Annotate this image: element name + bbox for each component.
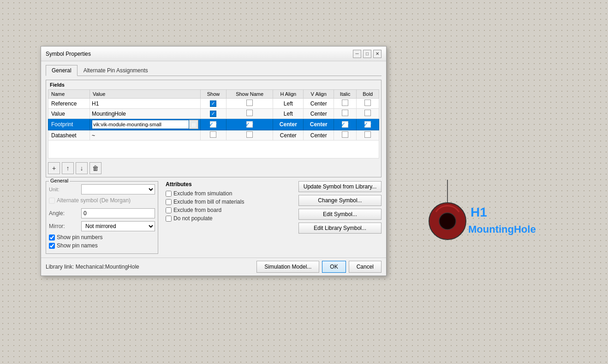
footprint-input[interactable] <box>92 120 189 129</box>
cancel-button[interactable]: Cancel <box>349 261 381 273</box>
tab-alternate-pin-assignments[interactable]: Alternate Pin Assignments <box>77 65 154 76</box>
mirror-select[interactable]: Not mirrored Mirror X Mirror Y <box>81 221 155 231</box>
minimize-button[interactable]: ─ <box>353 50 361 58</box>
show-pin-numbers-label: Show pin numbers <box>57 234 102 241</box>
close-button[interactable]: ✕ <box>373 50 381 58</box>
show-pin-names-checkbox[interactable] <box>49 243 55 249</box>
show-name-checkbox[interactable] <box>246 110 253 116</box>
maximize-button[interactable]: □ <box>363 50 371 58</box>
dialog-title: Symbol Properties <box>46 51 91 57</box>
italic-cell[interactable] <box>334 130 356 141</box>
dialog-footer: Library link: Mechanical:MountingHole Si… <box>41 258 386 276</box>
dialog-content: General Alternate Pin Assignments Fields… <box>41 61 386 258</box>
field-value: MountingHole <box>90 109 201 119</box>
show-name-checkbox[interactable] <box>246 100 253 106</box>
action-buttons-section: Update Symbol from Library... Change Sym… <box>298 181 381 254</box>
svg-point-2 <box>439 213 456 229</box>
show-name-checkbox[interactable]: ✓ <box>246 121 253 128</box>
h-align-cell: Left <box>273 109 304 119</box>
tab-bar: General Alternate Pin Assignments <box>46 65 381 76</box>
mirror-row: Mirror: Not mirrored Mirror X Mirror Y <box>49 221 155 231</box>
add-field-button[interactable]: + <box>48 162 60 174</box>
italic-cell[interactable] <box>334 109 356 119</box>
title-bar: Symbol Properties ─ □ ✕ <box>41 47 386 61</box>
v-align-cell: Center <box>304 130 334 141</box>
show-cell[interactable] <box>200 130 226 141</box>
table-row[interactable]: Datasheet ~ Center Center <box>48 130 379 141</box>
footprint-library-icon[interactable]: ▤ <box>189 120 198 129</box>
show-cell[interactable] <box>200 99 226 109</box>
exclude-board-checkbox[interactable] <box>166 207 172 213</box>
table-row[interactable]: Reference H1 Left Center <box>48 99 379 109</box>
move-up-button[interactable]: ↑ <box>62 162 74 174</box>
col-header-value: Value <box>90 90 201 99</box>
h-align-cell: Left <box>273 99 304 109</box>
add-icon: + <box>52 164 56 172</box>
show-checkbox[interactable] <box>210 100 216 107</box>
h-align-cell: Center <box>273 130 304 141</box>
bold-cell[interactable] <box>357 109 379 119</box>
attributes-title: Attributes <box>166 181 291 188</box>
angle-input[interactable] <box>81 208 155 218</box>
show-name-cell[interactable] <box>227 109 273 119</box>
unit-row: Unit: <box>49 184 155 194</box>
bold-cell[interactable]: ✓ <box>357 119 379 130</box>
ok-button[interactable]: OK <box>322 261 346 273</box>
field-value[interactable]: ▤ <box>90 119 201 130</box>
exclude-board-row: Exclude from board <box>166 207 291 213</box>
italic-checkbox[interactable] <box>342 131 348 138</box>
table-row[interactable]: Value MountingHole Left Center <box>48 109 379 119</box>
col-header-show: Show <box>200 90 226 99</box>
col-header-name: Name <box>48 90 90 99</box>
show-pin-numbers-row: Show pin numbers <box>49 234 155 241</box>
show-cell[interactable]: ✓ <box>200 119 226 130</box>
edit-library-symbol-button[interactable]: Edit Library Symbol... <box>298 223 381 234</box>
do-not-populate-label: Do not populate <box>173 215 213 222</box>
bottom-section: General Unit: Alternate symbol (De Morga… <box>46 181 381 254</box>
bold-checkbox[interactable] <box>364 131 371 138</box>
show-checkbox[interactable] <box>210 131 216 138</box>
exclude-simulation-checkbox[interactable] <box>166 191 172 197</box>
italic-checkbox[interactable]: ✓ <box>342 121 348 128</box>
bold-cell[interactable] <box>357 99 379 109</box>
bold-checkbox[interactable] <box>364 110 371 116</box>
show-name-cell[interactable] <box>227 99 273 109</box>
table-row-selected[interactable]: Footprint ▤ ✓ ✓ Center Center ✓ ✓ <box>48 119 379 130</box>
field-name: Datasheet <box>48 130 90 141</box>
show-checkbox[interactable] <box>210 111 216 117</box>
v-align-cell: Center <box>304 99 334 109</box>
show-name-checkbox[interactable] <box>246 131 253 138</box>
update-symbol-button[interactable]: Update Symbol from Library... <box>298 181 381 192</box>
delete-field-button[interactable]: 🗑 <box>89 162 101 174</box>
delete-icon: 🗑 <box>92 164 99 172</box>
edit-symbol-button[interactable]: Edit Symbol... <box>298 209 381 220</box>
change-symbol-button[interactable]: Change Symbol... <box>298 195 381 206</box>
italic-cell[interactable] <box>334 99 356 109</box>
show-pin-numbers-checkbox[interactable] <box>49 235 55 241</box>
do-not-populate-checkbox[interactable] <box>166 216 172 222</box>
show-name-cell[interactable]: ✓ <box>227 119 273 130</box>
symbol-properties-dialog: Symbol Properties ─ □ ✕ General Alternat… <box>41 46 387 276</box>
angle-row: Angle: <box>49 208 155 218</box>
show-cell[interactable] <box>200 109 226 119</box>
show-checkbox[interactable]: ✓ <box>210 121 216 128</box>
unit-select[interactable] <box>81 184 155 194</box>
exclude-bom-checkbox[interactable] <box>166 199 172 205</box>
do-not-populate-row: Do not populate <box>166 215 291 222</box>
show-name-cell[interactable] <box>227 130 273 141</box>
bold-checkbox[interactable] <box>364 100 371 106</box>
italic-checkbox[interactable] <box>342 110 348 116</box>
v-align-cell: Center <box>304 119 334 130</box>
tab-general[interactable]: General <box>46 65 77 76</box>
unit-label: Unit: <box>49 187 81 192</box>
italic-cell[interactable]: ✓ <box>334 119 356 130</box>
fields-group: Fields Name Value Show Show Name H Align… <box>46 80 381 177</box>
show-pin-names-row: Show pin names <box>49 242 155 249</box>
italic-checkbox[interactable] <box>342 100 348 106</box>
simulation-model-button[interactable]: Simulation Model... <box>256 261 319 273</box>
bold-checkbox[interactable]: ✓ <box>364 121 371 128</box>
move-down-button[interactable]: ↓ <box>76 162 88 174</box>
bold-cell[interactable] <box>357 130 379 141</box>
mounting-hole-symbol: H1 MountingHole <box>397 175 558 267</box>
exclude-board-label: Exclude from board <box>173 207 221 213</box>
